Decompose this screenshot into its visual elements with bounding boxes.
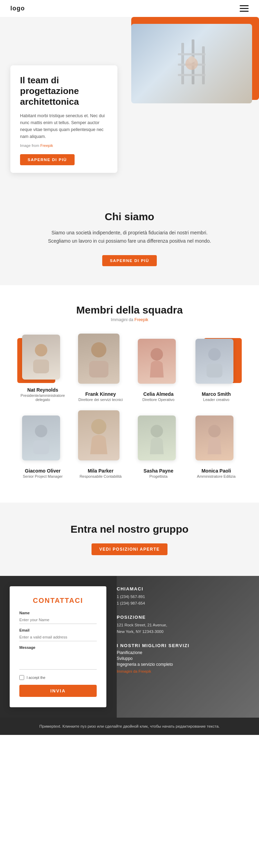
monica-paoli-photo xyxy=(195,416,233,460)
giacomo-oliver-role: Senior Project Manager xyxy=(23,474,63,478)
svg-point-18 xyxy=(151,425,163,437)
mila-parker-photo xyxy=(78,410,119,460)
hamburger-menu[interactable] xyxy=(240,5,249,12)
team-row-2: Giacomo Oliver Senior Project Manager Mi… xyxy=(10,416,249,478)
message-label: Message xyxy=(19,645,97,650)
monica-paoli-avatar xyxy=(195,416,233,460)
marco-smith-photo-wrap xyxy=(195,339,237,387)
monica-paoli-role: Amministratore Edilizia xyxy=(197,474,236,478)
posizione-block: POSIZIONE 121 Rock Street, 21 Avenue, Ne… xyxy=(117,615,259,635)
svg-rect-11 xyxy=(89,361,108,377)
membri-credit-link[interactable]: Freepik xyxy=(134,317,148,322)
frank-kinney-avatar xyxy=(78,334,119,384)
chi-siamo-learn-more-button[interactable]: SAPERNE DI PIÙ xyxy=(102,255,157,266)
svg-point-15 xyxy=(35,425,47,437)
celia-almeda-photo xyxy=(138,339,176,384)
team-member-sasha-payne: Sasha Payne Progettista xyxy=(136,416,181,478)
giacomo-oliver-avatar xyxy=(22,416,60,460)
chi-siamo-title: Chi siamo xyxy=(28,211,231,223)
phone1: 1 (234) 567-891 xyxy=(117,594,259,600)
chi-siamo-section: Chi siamo Siamo una società indipendente… xyxy=(0,190,259,285)
mila-parker-role: Responsabile Contabilità xyxy=(79,474,122,478)
membri-image-credit: Immagini da Freepik xyxy=(10,317,249,322)
celia-almeda-name: Celia Almeda xyxy=(143,391,173,397)
marco-smith-name: Marco Smith xyxy=(202,391,231,397)
contact-title: CONTATTACI xyxy=(19,597,97,605)
hero-body: Habitant morbi tristique senectus et. Ne… xyxy=(20,112,108,140)
message-textarea[interactable] xyxy=(19,651,97,670)
mila-parker-photo-wrap xyxy=(78,410,123,464)
frank-kinney-photo-wrap xyxy=(78,334,123,387)
chiamaci-title: CHIAMACI xyxy=(117,586,259,591)
chi-siamo-body: Siamo una società indipendente, di propr… xyxy=(43,229,216,245)
hero-credit-link[interactable]: Freepik xyxy=(40,143,53,148)
header: logo xyxy=(0,0,259,17)
hero-section: Il team di progettazione architettonica … xyxy=(0,17,259,190)
name-label: Name xyxy=(19,611,97,615)
monica-paoli-name: Monica Paoli xyxy=(201,468,231,474)
name-input[interactable] xyxy=(19,616,97,624)
servizi-credit-link[interactable]: Immagini da Freepik xyxy=(117,669,151,673)
sasha-payne-photo-wrap xyxy=(138,416,179,464)
email-label: Email xyxy=(19,628,97,632)
svg-point-19 xyxy=(208,425,221,437)
nat-reynolds-photo xyxy=(22,335,60,380)
celia-almeda-photo-wrap xyxy=(138,339,179,387)
marco-smith-role: Leader creativo xyxy=(203,398,229,402)
mila-parker-avatar xyxy=(78,410,119,460)
contact-section: CONTATTACI Name Email Message I accept t… xyxy=(0,576,259,718)
svg-rect-3 xyxy=(178,53,205,55)
submit-button[interactable]: INVIA xyxy=(19,685,97,697)
team-member-frank-kinney: Frank Kinney Direttore dei servizi tecni… xyxy=(78,334,124,402)
address: 121 Rock Street, 21 Avenue, New York, NY… xyxy=(117,622,259,635)
team-member-giacomo-oliver: Giacomo Oliver Senior Project Manager xyxy=(20,416,66,478)
svg-rect-9 xyxy=(33,360,49,373)
nat-reynolds-role: Presidente/amministratore delegato xyxy=(20,393,66,402)
hero-image xyxy=(131,24,252,103)
hero-photo xyxy=(131,24,252,103)
svg-point-7 xyxy=(188,56,195,63)
accept-checkbox[interactable] xyxy=(19,675,24,680)
team-member-monica-paoli: Monica Paoli Amministratore Edilizia xyxy=(194,416,239,478)
email-input[interactable] xyxy=(19,633,97,641)
chiamaci-block: CHIAMACI 1 (234) 567-891 1 (234) 987-654 xyxy=(117,586,259,607)
giacomo-oliver-name: Giacomo Oliver xyxy=(25,468,60,474)
svg-point-13 xyxy=(208,348,221,361)
nat-reynolds-photo-wrap xyxy=(22,335,64,383)
service-3: Ingegneria a servizio completo xyxy=(117,662,259,667)
hero-card: Il team di progettazione architettonica … xyxy=(10,65,117,173)
hero-image-credit: Image from Freepik xyxy=(20,143,108,149)
accept-checkbox-row: I accept the xyxy=(19,675,97,680)
frank-kinney-photo xyxy=(78,334,119,384)
membri-title: Membri della squadra xyxy=(10,304,249,316)
svg-point-10 xyxy=(91,342,106,357)
service-1: Pianificazione xyxy=(117,650,259,655)
email-form-group: Email xyxy=(19,628,97,641)
svg-rect-5 xyxy=(178,74,205,76)
logo: logo xyxy=(10,5,25,12)
servizi-title: I NOSTRI MIGLIORI SERVIZI xyxy=(117,643,259,648)
svg-point-8 xyxy=(35,344,47,356)
posizione-title: POSIZIONE xyxy=(117,615,259,620)
footer: Примерtext. Клинките пуз ризо или сделай… xyxy=(0,718,259,735)
construction-illustration xyxy=(171,36,212,91)
team-row-1: Nat Reynolds Presidente/amministratore d… xyxy=(10,335,249,402)
marco-smith-photo xyxy=(195,339,233,384)
marco-smith-avatar xyxy=(195,339,233,384)
giacomo-oliver-photo xyxy=(22,416,60,460)
svg-rect-16 xyxy=(33,440,49,454)
celia-almeda-role: Direttore Operativo xyxy=(142,398,174,402)
sasha-payne-avatar xyxy=(138,416,176,460)
vedi-posizioni-button[interactable]: VEDI POSIZIONI APERTE xyxy=(92,543,167,555)
hero-learn-more-button[interactable]: SAPERNE DI PIÙ xyxy=(20,154,75,165)
service-2: Sviluppo xyxy=(117,656,259,661)
svg-rect-14 xyxy=(207,364,222,377)
team-member-mila-parker: Mila Parker Responsabile Contabilità xyxy=(78,410,124,478)
frank-kinney-name: Frank Kinney xyxy=(85,391,116,397)
nat-reynolds-avatar xyxy=(22,335,60,380)
phone2: 1 (234) 987-654 xyxy=(117,600,259,607)
sasha-payne-role: Progettista xyxy=(149,474,167,478)
frank-kinney-role: Direttore dei servizi tecnici xyxy=(78,398,123,402)
monica-paoli-photo-wrap xyxy=(195,416,237,464)
sasha-payne-name: Sasha Payne xyxy=(144,468,173,474)
